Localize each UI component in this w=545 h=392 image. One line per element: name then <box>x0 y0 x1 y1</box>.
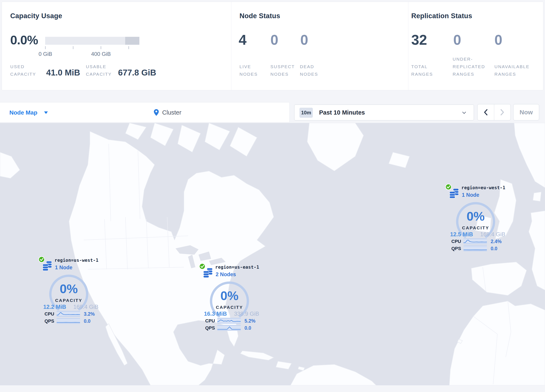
qps-row: QPS 0.0 <box>199 325 262 331</box>
cpu-sparkline <box>464 238 487 244</box>
dead-nodes-count: 0 <box>300 31 308 48</box>
cpu-sparkline <box>57 311 80 317</box>
capacity-percent: 0% <box>48 282 90 296</box>
map-pin-icon <box>154 109 159 116</box>
breadcrumb[interactable]: Cluster <box>154 107 181 118</box>
cpu-value: 2.4% <box>491 239 502 244</box>
replication-status-title: Replication Status <box>411 12 472 20</box>
bar-tick <box>101 46 101 49</box>
cpu-sparkline <box>217 318 241 324</box>
qps-value: 0.0 <box>84 318 91 324</box>
node-marker-us-east-1[interactable]: region=us-east-1 2 Nodes 0% CAPACITY 16.… <box>199 263 262 334</box>
node-count-link[interactable]: 2 Nodes <box>216 271 236 277</box>
usable-capacity-label: USABLE CAPACITY <box>86 63 111 78</box>
used-capacity: 12.2 MiB <box>43 304 66 310</box>
region-label: region=eu-west-1 <box>461 185 505 190</box>
cpu-value: 5.2% <box>244 318 255 324</box>
view-selector-label: Node Map <box>9 109 37 116</box>
bar-tick-label: 0 GiB <box>38 51 52 57</box>
capacity-label: CAPACITY <box>48 298 90 303</box>
used-capacity: 12.5 MiB <box>450 231 473 238</box>
chevron-left-icon <box>483 109 488 115</box>
summary-band: Capacity Usage 0.0% 0 GiB 400 GiB USED C… <box>2 2 543 90</box>
capacity-bar <box>45 37 139 45</box>
suspect-nodes-label: SUSPECTNODES <box>270 63 295 78</box>
unavailable-count: 0 <box>495 31 502 48</box>
used-capacity: 16.3 MiB <box>204 311 227 317</box>
qps-label: QPS <box>44 318 54 324</box>
bar-tick <box>45 46 46 49</box>
divider <box>231 2 231 90</box>
node-marker-us-west-1[interactable]: region=us-west-1 1 Node 0% CAPACITY 12.2… <box>38 256 101 327</box>
node-status-title: Node Status <box>240 12 280 20</box>
bar-tick <box>73 46 73 49</box>
qps-label: QPS <box>205 325 215 331</box>
chevron-right-icon <box>500 109 505 115</box>
region-label: region=us-east-1 <box>215 265 259 270</box>
capacity-usage-title: Capacity Usage <box>10 12 62 20</box>
now-button[interactable]: Now <box>513 104 539 120</box>
capacity-percent: 0% <box>209 288 250 303</box>
divider <box>408 2 408 90</box>
database-icon <box>43 261 52 271</box>
cpu-row: CPU 3.2% <box>38 311 101 317</box>
time-next-button[interactable] <box>494 104 511 120</box>
qps-row: QPS 0.0 <box>38 318 101 324</box>
time-range-badge: 10m <box>299 108 313 118</box>
qps-value: 0.0 <box>244 325 251 331</box>
capacity-bar-reserved-segment <box>125 37 139 45</box>
time-step-buttons <box>477 104 511 120</box>
total-capacity: 338.9 GiB <box>234 311 259 317</box>
qps-sparkline <box>57 318 80 324</box>
node-count-link[interactable]: 1 Node <box>462 192 479 198</box>
breadcrumb-label: Cluster <box>162 109 181 116</box>
suspect-nodes-count: 0 <box>270 31 278 48</box>
chevron-down-icon <box>462 112 466 114</box>
cpu-row: CPU 5.2% <box>199 318 262 324</box>
database-icon <box>203 268 213 278</box>
total-ranges-count: 32 <box>411 31 427 48</box>
unavailable-label: UNAVAILABLERANGES <box>495 63 530 78</box>
cpu-value: 3.2% <box>84 311 95 317</box>
capacity-label: CAPACITY <box>209 305 250 310</box>
time-prev-button[interactable] <box>477 104 494 120</box>
cpu-label: CPU <box>44 311 54 317</box>
usable-capacity-value: 677.8 GiB <box>118 68 156 77</box>
database-icon <box>449 189 459 199</box>
view-selector-dropdown[interactable]: Node Map <box>9 107 48 118</box>
region-label: region=us-west-1 <box>55 258 99 263</box>
used-capacity-value: 41.0 MiB <box>46 68 80 77</box>
qps-sparkline <box>217 325 241 331</box>
qps-label: QPS <box>451 246 461 251</box>
node-marker-eu-west-1[interactable]: region=eu-west-1 1 Node 0% CAPACITY 12.5… <box>445 184 508 255</box>
qps-sparkline <box>464 245 487 251</box>
node-count-link[interactable]: 1 Node <box>55 264 72 271</box>
capacity-label: CAPACITY <box>455 225 496 230</box>
qps-value: 0.0 <box>491 246 497 251</box>
toolbar: Node Map Cluster <box>0 102 290 123</box>
live-nodes-label: LIVENODES <box>240 63 258 78</box>
qps-row: QPS 0.0 <box>445 245 508 251</box>
capacity-percent: 0% <box>455 209 496 224</box>
under-replicated-count: 0 <box>453 31 461 48</box>
total-ranges-label: TOTALRANGES <box>411 63 433 78</box>
time-range-dropdown[interactable]: 10m Past 10 Minutes <box>294 105 474 120</box>
cpu-label: CPU <box>451 239 461 244</box>
cpu-row: CPU 2.4% <box>445 238 508 244</box>
cpu-label: CPU <box>205 318 215 324</box>
used-capacity-label: USED CAPACITY <box>10 63 36 78</box>
under-replicated-label: UNDER-REPLICATEDRANGES <box>453 56 485 78</box>
time-range-label: Past 10 Minutes <box>319 105 365 120</box>
dead-nodes-label: DEADNODES <box>300 63 318 78</box>
capacity-percent: 0.0% <box>10 33 38 47</box>
live-nodes-count: 4 <box>239 31 247 48</box>
bar-tick-label: 400 GiB <box>91 51 111 57</box>
caret-down-icon <box>44 112 48 114</box>
total-capacity: 169.4 GiB <box>73 304 99 310</box>
total-capacity: 169.4 GiB <box>480 231 505 238</box>
bar-tick <box>129 46 129 49</box>
